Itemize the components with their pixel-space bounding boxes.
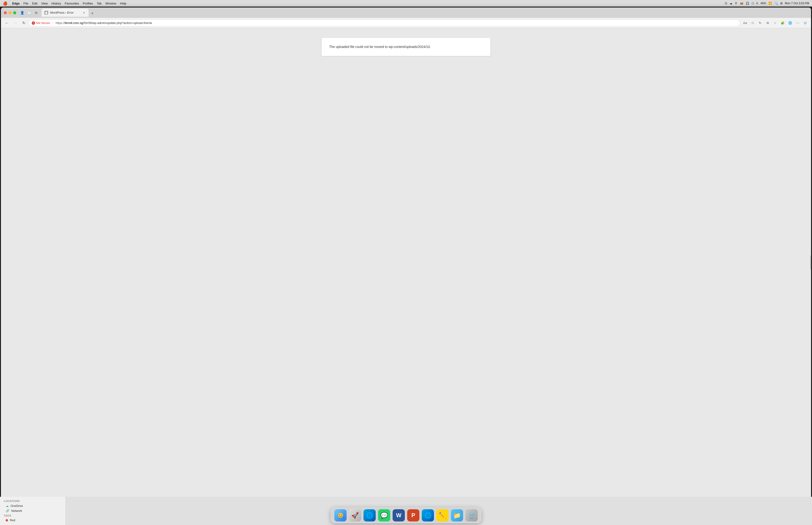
tabs-icon[interactable]: ⧉ [34, 11, 38, 15]
address-bar[interactable]: ✕ Not Secure | https://ferrell.com.sg/f3… [29, 19, 740, 27]
not-secure-label: Not Secure [36, 21, 50, 25]
menubar-profiles[interactable]: Profiles [83, 2, 93, 5]
navbar-right-icons: Aa ☆ ↻ ⧉ ☆ 🧩 🌐 ⋯ ⊡ [741, 19, 809, 27]
scroll-indicator[interactable] [810, 255, 811, 270]
tab-title: WordPress › Error [50, 11, 80, 14]
menubar: 🍎 Edge File Edit View History Favourites… [0, 0, 812, 6]
menubar-favourites[interactable]: Favourites [65, 2, 79, 5]
onedrive-icon: ☁ [6, 504, 9, 508]
close-button[interactable] [4, 11, 7, 14]
controlcenter-icon[interactable]: ⊞ [780, 2, 783, 5]
menubar-view[interactable]: View [41, 2, 48, 5]
red-tag-label: Red [10, 519, 15, 522]
tab-favicon: 📄 [44, 11, 48, 15]
cloud-icon: ☁ [730, 2, 732, 5]
extensions-button[interactable]: 🧩 [779, 19, 786, 27]
dock-edge[interactable]: 🌐 [364, 509, 376, 522]
security-badge: ✕ Not Secure [32, 21, 50, 25]
locations-title: Locations [0, 499, 65, 504]
tags-title: Tags [0, 513, 65, 518]
error-card: The uploaded file could not be moved to … [321, 38, 491, 56]
finder-network[interactable]: 🔗 Network [0, 508, 65, 513]
wifi-icon: 📶 [768, 2, 772, 5]
dock-launchpad[interactable]: 🚀 [349, 509, 361, 522]
read-mode-button[interactable]: Aa [741, 19, 749, 27]
headphone-icon: 🎧 [746, 2, 749, 5]
split-view-button[interactable]: ⧉ [764, 19, 771, 27]
address-separator: | [52, 21, 53, 25]
menubar-file[interactable]: File [24, 2, 28, 5]
tab-close-button[interactable]: ✕ [82, 11, 86, 15]
screen-record-icon: ⊡ [725, 2, 727, 5]
back-button[interactable]: ← [3, 19, 10, 27]
browser-window: 👤 🕐 ⧉ 📄 WordPress › Error ✕ + ← → ↻ ✕ No… [1, 7, 811, 497]
dock-powerpoint[interactable]: P [407, 509, 419, 522]
battery-level: 46% [761, 2, 766, 5]
menubar-app-name[interactable]: Edge [12, 2, 20, 5]
url-prefix: https:// [56, 21, 65, 25]
url-path: /f3rr5ll/wp-admin/update.php?action=uplo… [83, 21, 152, 25]
profile-button[interactable]: 🌐 [787, 19, 794, 27]
sidebar-toggle[interactable]: ⊡ [802, 19, 809, 27]
forward-button[interactable]: → [12, 19, 19, 27]
refresh-button[interactable]: ↻ [20, 19, 27, 27]
dock-files[interactable]: 📁 [451, 509, 463, 522]
history-icon[interactable]: 🕐 [27, 11, 31, 15]
navbar: ← → ↻ ✕ Not Secure | https://ferrell.com… [1, 18, 811, 28]
dock-trash[interactable]: 🗑️ [465, 509, 478, 522]
dock: 😊 🚀 🌐 💬 W P 🌐 ✏️ 📁 🗑️ [331, 508, 481, 523]
favorites-button[interactable]: ☆ [749, 19, 756, 27]
dock-notes[interactable]: ✏️ [436, 509, 448, 522]
window-controls [4, 11, 16, 14]
finder-tag-red[interactable]: Red [0, 518, 65, 523]
finder-onedrive[interactable]: ☁ OneDrive [0, 504, 65, 508]
page-content: The uploaded file could not be moved to … [1, 28, 811, 497]
onedrive-label: OneDrive [11, 504, 23, 508]
dock-word[interactable]: W [393, 509, 405, 522]
menubar-right: ⊡ ☁ 🎙 📦 🎧 ⬡ A 46% 📶 🔍 ⊞ Mon 7 Oct 3:03 P… [725, 2, 809, 5]
bluetooth-icon: ⬡ [752, 2, 754, 5]
menubar-help[interactable]: Help [120, 2, 126, 5]
error-message: The uploaded file could not be moved to … [329, 44, 483, 49]
maximize-button[interactable] [13, 11, 16, 14]
dock-whatsapp[interactable]: 💬 [378, 509, 390, 522]
menubar-edit[interactable]: Edit [32, 2, 37, 5]
titlebar: 👤 🕐 ⧉ 📄 WordPress › Error ✕ + [1, 7, 811, 18]
collections-button[interactable]: ☆ [771, 19, 779, 27]
search-icon[interactable]: 🔍 [775, 2, 778, 5]
voice-icon: 🎙 [735, 2, 737, 5]
sidebar-icons: 👤 🕐 ⧉ [20, 11, 38, 15]
active-tab[interactable]: 📄 WordPress › Error ✕ [42, 9, 89, 17]
dock-edge2[interactable]: 🌐 [422, 509, 434, 522]
menubar-history[interactable]: History [51, 2, 61, 5]
more-button[interactable]: ⋯ [794, 19, 801, 27]
menubar-window[interactable]: Window [106, 2, 116, 5]
apple-icon[interactable]: 🍎 [3, 1, 7, 6]
new-tab-button[interactable]: + [89, 10, 96, 17]
not-secure-icon: ✕ [32, 21, 35, 25]
refresh-page-button[interactable]: ↻ [756, 19, 764, 27]
url-domain: ferrell.com.sg [65, 21, 83, 25]
minimize-button[interactable] [9, 11, 12, 14]
finder-sidebar: Locations ☁ OneDrive 🔗 Network Tags Red [0, 497, 66, 525]
profile-icon[interactable]: 👤 [20, 11, 24, 15]
menubar-tab[interactable]: Tab [97, 2, 102, 5]
network-label: Network [11, 509, 22, 512]
dropbox-icon: 📦 [740, 2, 744, 5]
dock-finder[interactable]: 😊 [334, 509, 347, 522]
red-tag-dot [6, 519, 8, 522]
svg-text:😊: 😊 [338, 512, 343, 518]
keyboard-icon: A [756, 2, 758, 5]
address-url: https://ferrell.com.sg/f3rr5ll/wp-admin/… [56, 21, 737, 25]
network-icon: 🔗 [6, 509, 10, 512]
datetime: Mon 7 Oct 3:03 PM [785, 2, 809, 5]
tabs-area: 📄 WordPress › Error ✕ + [42, 9, 808, 17]
